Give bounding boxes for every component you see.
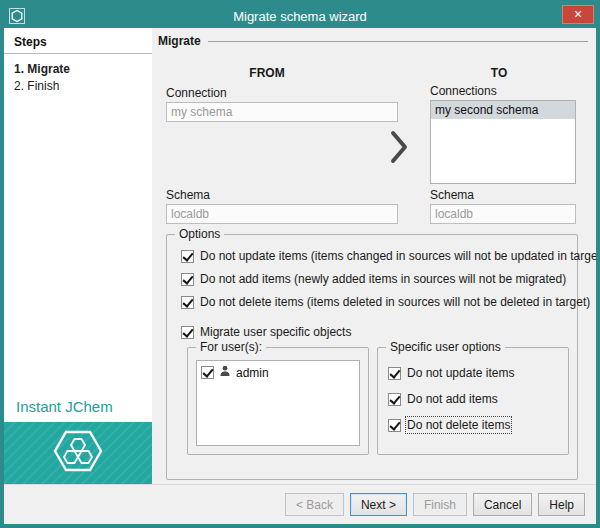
sidebar-step-migrate: 1. Migrate	[14, 62, 70, 76]
connections-label: Connections	[430, 84, 497, 98]
connection-label: Connection	[166, 86, 227, 100]
user-icon	[219, 365, 231, 380]
titlebar: Migrate schema wizard ×	[4, 4, 596, 28]
checkbox-specific-do-not-add-items[interactable]: Do not add items	[388, 392, 498, 406]
checkbox-icon	[388, 419, 401, 432]
checkbox-do-not-delete-items[interactable]: Do not delete items (items deleted in so…	[181, 295, 590, 309]
from-column-header: FROM	[162, 66, 372, 80]
checkbox-do-not-add-items[interactable]: Do not add items (newly added items in s…	[181, 272, 566, 286]
to-schema-label: Schema	[430, 188, 474, 202]
for-users-group: For user(s): admin	[187, 347, 369, 455]
header-rule	[208, 41, 588, 42]
from-schema-label: Schema	[166, 188, 210, 202]
connection-field[interactable]: my schema	[166, 102, 398, 122]
checkbox-icon[interactable]	[201, 366, 214, 379]
brand-name: Instant JChem	[16, 398, 113, 415]
checkbox-specific-do-not-update-items[interactable]: Do not update items	[388, 366, 514, 380]
help-button[interactable]: Help	[538, 493, 585, 516]
options-group: Options Do not update items (items chang…	[166, 234, 578, 480]
page-title: Migrate	[158, 34, 588, 48]
specific-user-options-group: Specific user options Do not update item…	[377, 347, 569, 455]
migrate-schema-wizard-window: Migrate schema wizard × Steps 1. Migrate…	[0, 0, 600, 528]
checkbox-migrate-user-specific-objects[interactable]: Migrate user specific objects	[181, 325, 351, 339]
from-to-arrow-icon	[390, 130, 408, 164]
options-group-title: Options	[175, 227, 224, 241]
finish-button[interactable]: Finish	[413, 493, 467, 516]
checkbox-icon	[181, 326, 194, 339]
window-title: Migrate schema wizard	[233, 9, 367, 24]
app-icon	[9, 8, 25, 24]
connections-list-item[interactable]: my second schema	[431, 101, 575, 119]
back-button[interactable]: < Back	[285, 493, 344, 516]
sidebar-step-finish: 2. Finish	[14, 79, 59, 93]
users-list[interactable]: admin	[196, 360, 360, 446]
checkbox-icon	[388, 393, 401, 406]
wizard-content: Migrate FROM TO Connection my schema Con…	[152, 28, 596, 484]
checkbox-icon	[181, 273, 194, 286]
steps-separator	[4, 53, 152, 54]
checkbox-icon	[181, 296, 194, 309]
hexagon-logo-icon	[53, 428, 103, 478]
checkbox-icon	[388, 367, 401, 380]
checkbox-icon	[181, 250, 194, 263]
to-column-header: TO	[424, 66, 574, 80]
steps-header: Steps	[14, 35, 47, 49]
user-name: admin	[236, 366, 269, 380]
checkbox-do-not-update-items[interactable]: Do not update items (items changed in so…	[181, 249, 600, 263]
connections-list[interactable]: my second schema	[430, 100, 576, 184]
from-schema-field[interactable]: localdb	[166, 204, 398, 224]
close-icon[interactable]: ×	[562, 5, 594, 24]
user-list-item-admin[interactable]: admin	[197, 361, 359, 384]
specific-user-options-title: Specific user options	[386, 340, 505, 354]
brand-logo-panel	[4, 422, 152, 484]
for-users-group-title: For user(s):	[196, 340, 266, 354]
next-button[interactable]: Next >	[350, 493, 407, 516]
wizard-button-bar: < Back Next > Finish Cancel Help	[4, 484, 596, 524]
checkbox-specific-do-not-delete-items[interactable]: Do not delete items	[388, 418, 510, 432]
cancel-button[interactable]: Cancel	[473, 493, 532, 516]
to-schema-field[interactable]: localdb	[430, 204, 576, 224]
steps-sidebar: Steps 1. Migrate 2. Finish Instant JChem	[4, 28, 152, 484]
